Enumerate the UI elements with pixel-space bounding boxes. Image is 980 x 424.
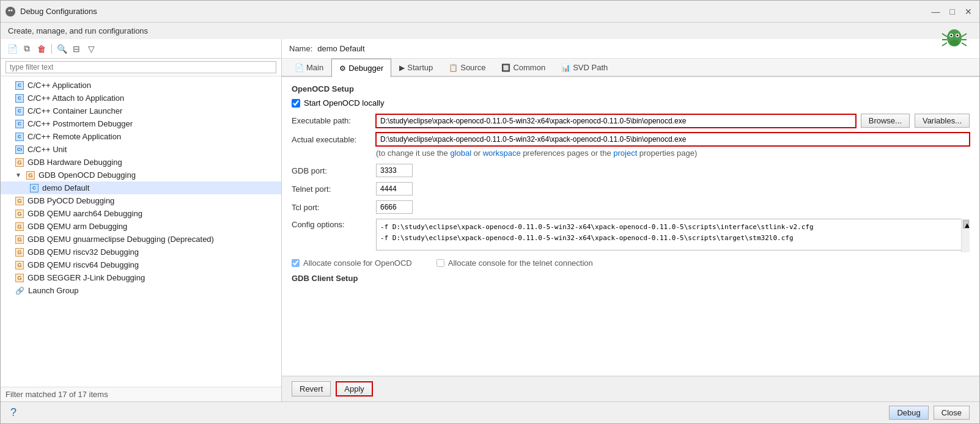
svg-point-2 <box>11 9 13 11</box>
allocate-openocd-checkbox[interactable] <box>292 259 300 267</box>
delete-config-button[interactable]: 🗑 <box>35 42 48 56</box>
main-content: 📄 ⧉ 🗑 🔍 ⊟ ▽ C C/C++ Application C <box>1 39 979 401</box>
tree-item-gdb-qemu-gnuarm[interactable]: G GDB QEMU gnuarmeclipse Debugging (Depr… <box>1 233 281 246</box>
tab-debugger[interactable]: ⚙ Debugger <box>331 59 391 77</box>
launch-group-icon: 🔗 <box>15 287 24 295</box>
allocate-telnet-checkbox[interactable] <box>437 259 444 267</box>
executable-path-input[interactable] <box>376 114 856 128</box>
svg-line-13 <box>942 43 947 46</box>
title-bar: Debug Configurations — □ ✕ <box>1 1 979 23</box>
app-icon <box>6 7 15 16</box>
help-button[interactable]: ? <box>10 406 17 419</box>
telnet-port-input[interactable] <box>376 182 413 196</box>
close-window-button[interactable]: ✕ <box>962 7 974 16</box>
svg-point-1 <box>9 9 10 11</box>
svg-point-0 <box>7 8 14 15</box>
executable-path-row: Executable path: Browse... Variables... <box>292 114 970 128</box>
tab-svd-path[interactable]: 📊 SVD Path <box>553 59 616 76</box>
gdb-segger-icon: G <box>15 274 24 282</box>
gdb-hw-icon: G <box>15 158 24 167</box>
start-locally-label: Start OpenOCD locally <box>304 98 385 108</box>
tree-item-gdb-hw[interactable]: G GDB Hardware Debugging <box>1 156 281 169</box>
bottom-buttons: Debug Close <box>889 406 970 420</box>
scroll-up[interactable]: ▲ <box>963 220 969 228</box>
tree-item-gdb-pyocd[interactable]: G GDB PyOCD Debugging <box>1 194 281 207</box>
tree-item-gdb-openocd[interactable]: ▼ G GDB OpenOCD Debugging <box>1 169 281 181</box>
name-row: Name: demo Default <box>282 39 979 59</box>
cpp-remote-icon: C <box>15 133 24 141</box>
source-tab-icon: 📋 <box>449 64 458 72</box>
tree-item-cpp-attach[interactable]: C C/C++ Attach to Application <box>1 92 281 104</box>
tree-item-cpp-remote[interactable]: C C/C++ Remote Application <box>1 130 281 143</box>
tree-item-gdb-qemu-arm[interactable]: G GDB QEMU arm Debugging <box>1 220 281 233</box>
revert-button[interactable]: Revert <box>292 381 331 397</box>
openocd-section-title: OpenOCD Setup <box>292 84 970 93</box>
config-options-textarea[interactable] <box>376 219 970 250</box>
filter-input[interactable] <box>6 61 276 73</box>
workspace-link[interactable]: workspace <box>483 148 521 158</box>
cpp-postmortem-icon: C <box>15 120 24 128</box>
startup-tab-icon: ▶ <box>399 64 405 72</box>
tcl-port-input[interactable] <box>376 200 413 214</box>
cpp-app-icon: C <box>15 81 24 90</box>
tree-item-cpp-container[interactable]: C C/C++ Container Launcher <box>1 104 281 117</box>
demo-default-icon: C <box>30 184 39 192</box>
tab-startup[interactable]: ▶ Startup <box>391 59 441 76</box>
gdb-qemu-riscv64-icon: G <box>15 261 24 269</box>
svg-point-8 <box>949 40 959 46</box>
duplicate-config-button[interactable]: ⧉ <box>20 42 34 56</box>
filter-button[interactable]: 🔍 <box>55 42 68 56</box>
common-tab-icon: 🔲 <box>501 64 510 72</box>
tree-item-gdb-qemu-riscv64[interactable]: G GDB QEMU riscv64 Debugging <box>1 258 281 271</box>
tree-item-cpp-unit[interactable]: Ci C/C++ Unit <box>1 143 281 156</box>
window-controls: — □ ✕ <box>929 7 974 16</box>
tree-item-demo-default[interactable]: C demo Default <box>1 181 281 194</box>
variables-button[interactable]: Variables... <box>915 114 970 128</box>
close-button[interactable]: Close <box>934 406 970 420</box>
project-link[interactable]: project <box>613 148 637 158</box>
svg-point-6 <box>951 35 952 37</box>
tree-item-cpp-app[interactable]: C C/C++ Application <box>1 79 281 92</box>
tree-item-gdb-qemu-aarch64[interactable]: G GDB QEMU aarch64 Debugging <box>1 207 281 220</box>
collapse-button[interactable]: ⊟ <box>70 42 83 56</box>
tcl-port-row: Tcl port: <box>292 200 970 214</box>
tab-common[interactable]: 🔲 Common <box>493 59 553 76</box>
tree-item-cpp-postmortem[interactable]: C C/C++ Postmortem Debugger <box>1 117 281 130</box>
allocate-telnet-label: Allocate console for the telnet connecti… <box>448 258 593 268</box>
cpp-unit-icon: Ci <box>15 145 24 154</box>
start-locally-checkbox[interactable] <box>292 99 300 108</box>
subtitle-text: Create, manage, and run configurations <box>8 26 148 35</box>
apply-button[interactable]: Apply <box>336 381 373 397</box>
tab-source[interactable]: 📋 Source <box>441 59 493 76</box>
config-options-row: Config options: ▲ <box>292 219 970 252</box>
tab-main[interactable]: 📄 Main <box>287 59 331 76</box>
debug-button[interactable]: Debug <box>889 406 928 420</box>
gdb-client-section-title: GDB Client Setup <box>292 274 970 283</box>
new-config-button[interactable]: 📄 <box>6 42 19 56</box>
tree-item-gdb-qemu-riscv32[interactable]: G GDB QEMU riscv32 Debugging <box>1 246 281 258</box>
status-bar: ? Debug Close <box>1 401 979 423</box>
allocate-console-row: Allocate console for OpenOCD Allocate co… <box>292 258 970 268</box>
debugger-tab-icon: ⚙ <box>339 64 346 73</box>
gdb-openocd-icon: G <box>26 171 35 180</box>
debug-configurations-window: Debug Configurations — □ ✕ Create, manag… <box>0 0 980 424</box>
browse-button[interactable]: Browse... <box>861 114 910 128</box>
scroll-bar[interactable]: ▲ <box>961 219 970 252</box>
tab-bar: 📄 Main ⚙ Debugger ▶ Startup 📋 Source 🔲 <box>282 59 979 77</box>
allocate-openocd-label: Allocate console for OpenOCD <box>303 258 412 268</box>
view-menu-button[interactable]: ▽ <box>84 42 98 56</box>
start-locally-row: Start OpenOCD locally <box>292 98 970 108</box>
global-link[interactable]: global <box>450 148 471 158</box>
filter-status: Filter matched 17 of 17 items <box>1 387 281 401</box>
panel-content: OpenOCD Setup Start OpenOCD locally Exec… <box>282 77 979 376</box>
tree-item-gdb-segger[interactable]: G GDB SEGGER J-Link Debugging <box>1 271 281 284</box>
allocate-openocd-item: Allocate console for OpenOCD <box>292 258 412 268</box>
tree-list: C C/C++ Application C C/C++ Attach to Ap… <box>1 76 281 387</box>
window-title: Debug Configurations <box>20 7 97 16</box>
toolbar-separator <box>51 44 52 54</box>
gdb-port-input[interactable] <box>376 164 413 177</box>
tree-item-launch-group[interactable]: 🔗 Launch Group <box>1 284 281 297</box>
right-panel: Name: demo Default 📄 Main ⚙ Debugger ▶ S… <box>282 39 979 401</box>
maximize-button[interactable]: □ <box>948 7 957 16</box>
minimize-button[interactable]: — <box>929 7 943 16</box>
